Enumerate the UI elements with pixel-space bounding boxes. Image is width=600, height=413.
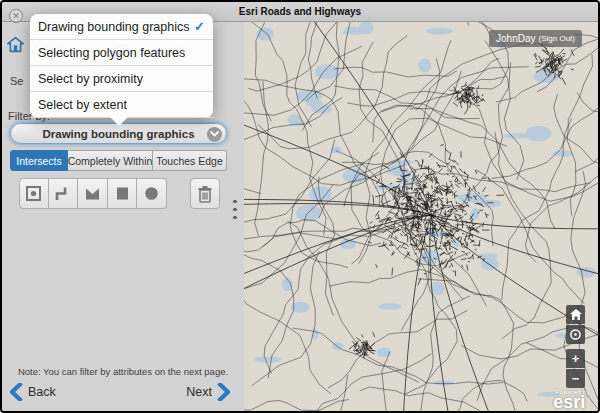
draw-point-icon	[25, 185, 42, 202]
back-label: Back	[28, 385, 56, 399]
draw-polyline-button[interactable]	[49, 178, 79, 209]
map-area[interactable]: JohnDay (Sign Out) + − Powe	[244, 22, 598, 411]
user-badge: JohnDay (Sign Out)	[489, 30, 582, 47]
method-select[interactable]: Drawing bounding graphics	[10, 123, 227, 144]
clear-graphics-button[interactable]	[190, 178, 220, 209]
trash-icon	[197, 185, 213, 203]
menu-item-select-by-proximity[interactable]: Select by proximity	[30, 66, 213, 92]
menu-item-selecting-polygon-features[interactable]: Selecting polygon features	[30, 40, 213, 66]
tab-completely-within[interactable]: Completely Within	[68, 150, 153, 171]
map-home-button[interactable]	[566, 305, 585, 324]
widget-home-icon	[7, 36, 24, 53]
window-frame: Esri Roads and Highways ✕ Mileage Report…	[0, 0, 600, 413]
plus-icon: +	[572, 352, 580, 365]
draw-rectangle-icon	[114, 185, 131, 202]
map-canvas	[244, 22, 598, 411]
check-icon: ✓	[194, 19, 205, 34]
selection-method-menu: Drawing bounding graphics ✓ Selecting po…	[30, 14, 213, 118]
back-button[interactable]: Back	[9, 383, 56, 401]
map-home-icon	[570, 309, 582, 320]
app-title: Esri Roads and Highways	[239, 6, 361, 17]
user-name: JohnDay	[496, 33, 535, 44]
locate-icon	[569, 328, 582, 341]
note-text: Note: You can filter by attributes on th…	[2, 366, 244, 377]
draw-tools-group	[19, 178, 167, 209]
draw-polygon-button[interactable]	[78, 178, 108, 209]
spatial-relation-tabs: Intersects Completely Within Touches Edg…	[10, 150, 227, 171]
chevron-down-icon	[207, 127, 222, 142]
sign-out-link[interactable]: (Sign Out)	[539, 34, 575, 43]
draw-rectangle-button[interactable]	[108, 178, 138, 209]
back-chevron-icon	[9, 383, 23, 401]
menu-item-drawing-bounding-graphics[interactable]: Drawing bounding graphics ✓	[30, 14, 213, 40]
draw-circle-icon	[143, 185, 160, 202]
menu-item-select-by-extent[interactable]: Select by extent	[30, 92, 213, 118]
method-select-value: Drawing bounding graphics	[42, 128, 194, 140]
draw-polyline-icon	[54, 185, 71, 202]
esri-brand: esri	[553, 395, 590, 410]
draw-point-button[interactable]	[19, 178, 49, 209]
menu-pointer-arrow	[110, 117, 128, 126]
close-button[interactable]: ✕	[9, 9, 23, 23]
draw-circle-button[interactable]	[137, 178, 167, 209]
zoom-in-button[interactable]: +	[566, 349, 585, 368]
tab-intersects[interactable]: Intersects	[10, 150, 68, 171]
draw-polygon-icon	[84, 185, 101, 202]
zoom-out-button[interactable]: −	[566, 369, 585, 388]
next-label: Next	[186, 385, 212, 399]
minus-icon: −	[572, 372, 580, 385]
select-method-label-fragment: Se	[10, 75, 23, 87]
panel-drag-handle[interactable]	[231, 195, 239, 224]
tab-touches-edge[interactable]: Touches Edge	[153, 150, 227, 171]
map-controls: + −	[566, 305, 585, 389]
close-icon: ✕	[12, 12, 20, 21]
map-locate-button[interactable]	[566, 325, 585, 344]
next-button[interactable]: Next	[186, 383, 231, 401]
next-chevron-icon	[217, 383, 231, 401]
esri-logo: Powered by esri	[553, 389, 590, 410]
